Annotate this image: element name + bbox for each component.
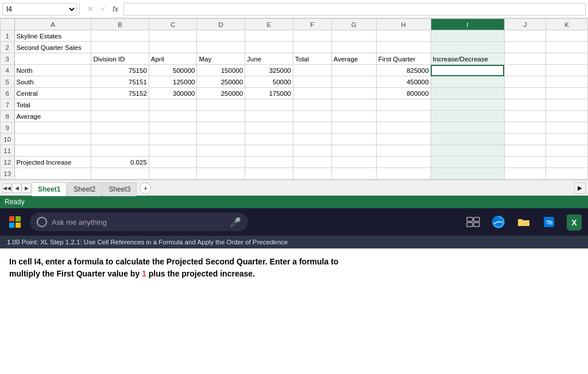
col-header-B[interactable]: B xyxy=(91,19,149,30)
cell-r7c9[interactable] xyxy=(504,99,546,111)
cell-r7c10[interactable] xyxy=(546,99,588,111)
cell-r13c2[interactable] xyxy=(149,168,197,180)
cell-r2c0[interactable]: Second Quarter Sales xyxy=(14,42,91,53)
cell-r12c3[interactable] xyxy=(197,157,245,168)
cell-r9c10[interactable] xyxy=(546,122,588,134)
col-header-H[interactable]: H xyxy=(376,19,431,30)
col-header-I[interactable]: I xyxy=(431,19,504,30)
cell-r2c10[interactable] xyxy=(546,42,588,53)
cell-r1c10[interactable] xyxy=(546,30,588,42)
cell-r5c8[interactable] xyxy=(431,76,504,88)
cell-r11c8[interactable] xyxy=(431,145,504,157)
sheet-nav-next[interactable]: ▶ xyxy=(22,184,31,193)
cell-r1c6[interactable] xyxy=(331,30,376,42)
cell-r12c4[interactable] xyxy=(245,157,293,168)
cell-r7c7[interactable] xyxy=(376,99,431,111)
taskbar-search-box[interactable]: Ask me anything 🎤 xyxy=(30,213,248,231)
cell-r12c7[interactable] xyxy=(376,157,431,168)
cell-r10c5[interactable] xyxy=(293,134,331,145)
cell-r8c5[interactable] xyxy=(293,111,331,122)
cell-r2c6[interactable] xyxy=(331,42,376,53)
cell-r1c3[interactable] xyxy=(197,30,245,42)
cell-r3c6[interactable]: Average xyxy=(331,53,376,65)
sheet-bar-menu[interactable]: ⋮ xyxy=(567,184,573,192)
cell-r2c1[interactable] xyxy=(91,42,149,53)
cell-r8c4[interactable] xyxy=(245,111,293,122)
cell-r13c6[interactable] xyxy=(331,168,376,180)
cell-r9c4[interactable] xyxy=(245,122,293,134)
cell-r9c8[interactable] xyxy=(431,122,504,134)
cell-r4c4[interactable]: 325000 xyxy=(245,65,293,76)
scroll-right-btn[interactable]: ▶ xyxy=(574,182,586,194)
cell-r1c0[interactable]: Skyline Estates xyxy=(14,30,91,42)
cell-r6c2[interactable]: 300000 xyxy=(149,88,197,99)
sheet-nav-prev[interactable]: ◀ xyxy=(12,184,21,193)
excel-button[interactable]: X xyxy=(565,213,583,231)
cell-r12c9[interactable] xyxy=(504,157,546,168)
cell-r5c3[interactable]: 250000 xyxy=(197,76,245,88)
cell-r5c10[interactable] xyxy=(546,76,588,88)
cell-r3c2[interactable]: April xyxy=(149,53,197,65)
row-num-5[interactable]: 5 xyxy=(1,76,15,88)
cell-r12c6[interactable] xyxy=(331,157,376,168)
cell-r12c10[interactable] xyxy=(546,157,588,168)
col-header-E[interactable]: E xyxy=(245,19,293,30)
cell-r11c7[interactable] xyxy=(376,145,431,157)
cell-r9c7[interactable] xyxy=(376,122,431,134)
col-header-A[interactable]: A xyxy=(14,19,91,30)
cell-r13c4[interactable] xyxy=(245,168,293,180)
cell-r12c8[interactable] xyxy=(431,157,504,168)
confirm-icon[interactable]: ✓ xyxy=(97,3,109,15)
cell-r2c7[interactable] xyxy=(376,42,431,53)
cell-r12c5[interactable] xyxy=(293,157,331,168)
cell-r1c5[interactable] xyxy=(293,30,331,42)
cell-r7c8[interactable] xyxy=(431,99,504,111)
cell-r4c5[interactable] xyxy=(293,65,331,76)
sheet-tab-sheet3[interactable]: Sheet3 xyxy=(102,182,137,196)
cell-r11c1[interactable] xyxy=(91,145,149,157)
cell-r10c4[interactable] xyxy=(245,134,293,145)
cell-r5c1[interactable]: 75151 xyxy=(91,76,149,88)
cell-r9c2[interactable] xyxy=(149,122,197,134)
cell-r1c8[interactable] xyxy=(431,30,504,42)
cell-r6c5[interactable] xyxy=(293,88,331,99)
row-num-13[interactable]: 13 xyxy=(1,168,15,180)
cell-r4c6[interactable] xyxy=(331,65,376,76)
cell-r1c7[interactable] xyxy=(376,30,431,42)
add-sheet-button[interactable]: + xyxy=(140,182,151,194)
cell-r8c6[interactable] xyxy=(331,111,376,122)
formula-input[interactable] xyxy=(123,3,586,15)
task-view-button[interactable] xyxy=(464,213,482,231)
cell-r13c3[interactable] xyxy=(197,168,245,180)
cell-r13c9[interactable] xyxy=(504,168,546,180)
cell-r3c10[interactable] xyxy=(546,53,588,65)
row-num-10[interactable]: 10 xyxy=(1,134,15,145)
row-num-3[interactable]: 3 xyxy=(1,53,15,65)
file-explorer-button[interactable] xyxy=(514,213,533,231)
cell-r2c4[interactable] xyxy=(245,42,293,53)
cell-r8c1[interactable] xyxy=(91,111,149,122)
cell-r4c10[interactable] xyxy=(546,65,588,76)
cell-r10c0[interactable] xyxy=(14,134,91,145)
cell-r10c7[interactable] xyxy=(376,134,431,145)
cancel-icon[interactable]: ✕ xyxy=(84,3,96,15)
cell-reference-box[interactable]: I4 xyxy=(2,3,77,15)
row-num-9[interactable]: 9 xyxy=(1,122,15,134)
cell-r11c4[interactable] xyxy=(245,145,293,157)
cell-r4c9[interactable] xyxy=(504,65,546,76)
cell-r8c9[interactable] xyxy=(504,111,546,122)
col-header-F[interactable]: F xyxy=(293,19,331,30)
cell-r8c7[interactable] xyxy=(376,111,431,122)
cell-r1c4[interactable] xyxy=(245,30,293,42)
cell-r13c5[interactable] xyxy=(293,168,331,180)
start-button[interactable] xyxy=(5,212,25,232)
row-num-11[interactable]: 11 xyxy=(1,145,15,157)
cell-r10c10[interactable] xyxy=(546,134,588,145)
cell-r7c6[interactable] xyxy=(331,99,376,111)
cell-r10c6[interactable] xyxy=(331,134,376,145)
cell-r1c9[interactable] xyxy=(504,30,546,42)
cell-r10c2[interactable] xyxy=(149,134,197,145)
cell-r3c4[interactable]: June xyxy=(245,53,293,65)
cell-r11c10[interactable] xyxy=(546,145,588,157)
cell-r4c8[interactable] xyxy=(431,65,504,76)
